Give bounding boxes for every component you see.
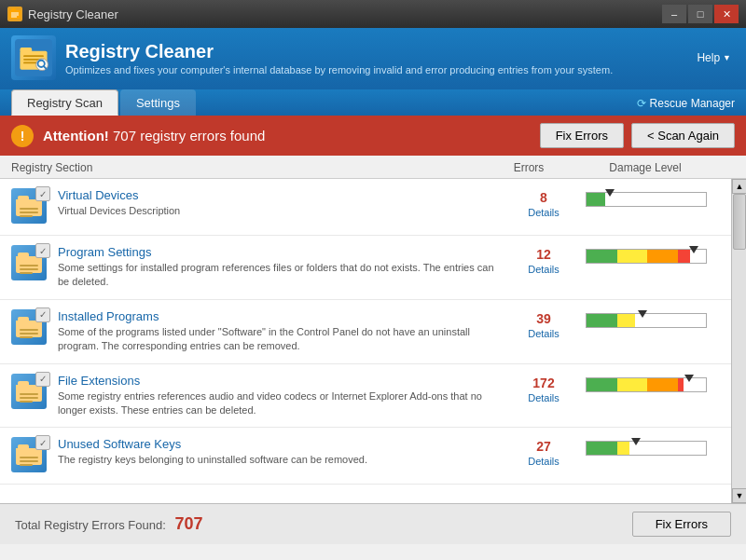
item-main: Virtual Devices Virtual Devices Descript… bbox=[58, 188, 502, 218]
item-damage bbox=[586, 188, 735, 207]
item-checkbox[interactable]: ✓ bbox=[35, 186, 50, 201]
scroll-content: ✓ Virtual Devices Virtual Devices Descri… bbox=[0, 179, 746, 485]
details-link[interactable]: Details bbox=[502, 264, 586, 275]
damage-bar bbox=[586, 377, 707, 392]
item-damage bbox=[586, 245, 735, 264]
item-title[interactable]: Installed Programs bbox=[58, 309, 502, 323]
attention-label: Attention! bbox=[43, 128, 109, 143]
scrollbar-down-button[interactable]: ▼ bbox=[732, 488, 746, 503]
item-icon: ✓ bbox=[11, 309, 48, 347]
col-header-errors: Errors bbox=[487, 161, 571, 174]
item-icon: ✓ bbox=[11, 437, 48, 474]
item-desc: Some of the programs listed under "Softw… bbox=[58, 325, 502, 354]
title-bar-left: Registry Cleaner bbox=[7, 7, 118, 21]
footer: Total Registry Errors Found: 707 Fix Err… bbox=[0, 503, 746, 544]
item-icon: ✓ bbox=[11, 245, 48, 282]
registry-item-file-extensions: ✓ File Extensions Some registry entries … bbox=[0, 364, 746, 429]
fix-errors-button[interactable]: Fix Errors bbox=[540, 123, 624, 148]
item-main: File Extensions Some registry entries re… bbox=[58, 374, 502, 418]
item-desc: Virtual Devices Description bbox=[58, 204, 502, 218]
item-main: Installed Programs Some of the programs … bbox=[58, 309, 502, 354]
error-count: 172 bbox=[502, 376, 586, 390]
footer-fix-errors-button[interactable]: Fix Errors bbox=[632, 512, 731, 537]
help-button[interactable]: Help ▼ bbox=[697, 51, 731, 64]
item-damage bbox=[586, 374, 735, 392]
item-title[interactable]: Virtual Devices bbox=[58, 188, 502, 202]
tabs: Registry Scan Settings bbox=[11, 89, 196, 116]
damage-arrow-icon bbox=[684, 375, 694, 382]
col-header-damage: Damage Level bbox=[571, 161, 720, 174]
app-description: Optimizes and fixes your computer's inte… bbox=[65, 64, 613, 75]
scrollbar-up-button[interactable]: ▲ bbox=[732, 179, 746, 194]
close-button[interactable]: ✕ bbox=[714, 5, 739, 23]
item-icon: ✓ bbox=[11, 188, 48, 225]
error-count: 39 bbox=[502, 311, 586, 326]
item-checkbox[interactable]: ✓ bbox=[35, 243, 50, 258]
scan-again-button[interactable]: < Scan Again bbox=[631, 123, 735, 148]
damage-arrow-icon bbox=[689, 246, 698, 253]
item-main: Program Settings Some settings for insta… bbox=[58, 245, 502, 290]
damage-arrow-icon bbox=[605, 189, 615, 197]
app-small-icon bbox=[7, 7, 22, 21]
error-count: 8 bbox=[502, 190, 586, 205]
svg-rect-7 bbox=[20, 48, 32, 52]
details-link[interactable]: Details bbox=[502, 207, 586, 218]
title-bar-title: Registry Cleaner bbox=[28, 7, 118, 21]
app-title: Registry Cleaner bbox=[65, 41, 613, 62]
item-checkbox[interactable]: ✓ bbox=[35, 435, 50, 450]
alert-buttons: Fix Errors < Scan Again bbox=[540, 123, 735, 148]
help-dropdown-arrow-icon: ▼ bbox=[723, 53, 731, 62]
rescue-icon: ⟳ bbox=[637, 97, 646, 110]
damage-arrow-icon bbox=[631, 438, 641, 445]
item-main: Unused Software Keys The registry keys b… bbox=[58, 437, 502, 467]
col-scrollbar-spacer bbox=[720, 161, 735, 174]
col-header-section: Registry Section bbox=[11, 161, 487, 174]
alert-text: Attention! 707 registry errors found bbox=[43, 128, 531, 143]
alert-icon: ! bbox=[11, 125, 34, 147]
item-icon: ✓ bbox=[11, 374, 48, 411]
error-count: 12 bbox=[502, 247, 586, 262]
header-text: Registry Cleaner Optimizes and fixes you… bbox=[65, 41, 613, 75]
tab-settings[interactable]: Settings bbox=[120, 89, 196, 116]
item-damage bbox=[586, 309, 735, 328]
footer-count: 707 bbox=[174, 514, 202, 533]
registry-item-installed-programs: ✓ Installed Programs Some of the program… bbox=[0, 300, 746, 364]
tab-bar: Registry Scan Settings ⟳ Rescue Manager bbox=[0, 89, 746, 116]
item-desc: Some settings for installed program refe… bbox=[58, 261, 502, 290]
item-errors: 27 Details bbox=[502, 437, 586, 467]
rescue-manager-button[interactable]: ⟳ Rescue Manager bbox=[637, 97, 735, 116]
item-title[interactable]: File Extensions bbox=[58, 374, 502, 388]
item-errors: 172 Details bbox=[502, 374, 586, 403]
error-message: 707 registry errors found bbox=[113, 128, 265, 143]
damage-bar bbox=[586, 313, 707, 328]
tab-registry-scan[interactable]: Registry Scan bbox=[11, 89, 118, 116]
svg-rect-1 bbox=[11, 8, 16, 11]
item-title[interactable]: Unused Software Keys bbox=[58, 437, 502, 451]
item-checkbox[interactable]: ✓ bbox=[35, 372, 50, 387]
item-errors: 12 Details bbox=[502, 245, 586, 275]
minimize-button[interactable]: – bbox=[662, 5, 686, 23]
app-header: Registry Cleaner Optimizes and fixes you… bbox=[0, 28, 746, 89]
registry-item-unused-software: ✓ Unused Software Keys The registry keys… bbox=[0, 428, 746, 485]
details-link[interactable]: Details bbox=[502, 328, 586, 339]
registry-list: ✓ Virtual Devices Virtual Devices Descri… bbox=[0, 179, 746, 503]
maximize-button[interactable]: □ bbox=[688, 5, 712, 23]
table-header: Registry Section Errors Damage Level bbox=[0, 156, 746, 179]
registry-item-virtual-devices: ✓ Virtual Devices Virtual Devices Descri… bbox=[0, 179, 746, 236]
svg-rect-8 bbox=[23, 55, 44, 57]
title-bar-controls: – □ ✕ bbox=[662, 5, 739, 23]
details-link[interactable]: Details bbox=[502, 392, 586, 403]
app-header-icon bbox=[11, 35, 56, 80]
scrollbar-thumb[interactable] bbox=[733, 194, 746, 250]
item-title[interactable]: Program Settings bbox=[58, 245, 502, 259]
item-checkbox[interactable]: ✓ bbox=[35, 307, 50, 322]
damage-bar bbox=[586, 192, 707, 207]
scrollbar[interactable]: ▲ ▼ bbox=[731, 179, 746, 503]
header-left: Registry Cleaner Optimizes and fixes you… bbox=[11, 35, 613, 80]
footer-total: Total Registry Errors Found: 707 bbox=[15, 514, 203, 534]
damage-bar bbox=[586, 249, 707, 264]
damage-bar bbox=[586, 441, 707, 456]
item-desc: Some registry entries references audio a… bbox=[58, 389, 502, 418]
details-link[interactable]: Details bbox=[502, 456, 586, 467]
alert-banner: ! Attention! 707 registry errors found F… bbox=[0, 116, 746, 156]
